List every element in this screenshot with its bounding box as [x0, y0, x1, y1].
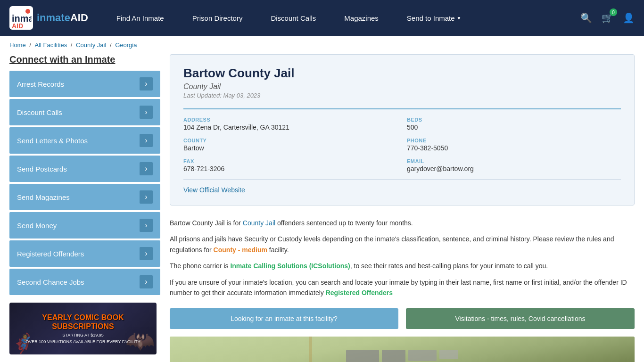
description-para3: The phone carrier is Inmate Calling Solu…: [170, 261, 635, 271]
nav-discount-calls[interactable]: Discount Calls: [256, 0, 330, 36]
sidebar-item-registered-offenders[interactable]: Registered Offenders ›: [9, 240, 160, 267]
breadcrumb: Home / All Facilities / County Jail / Ge…: [0, 36, 644, 54]
facility-updated: Last Updated: May 03, 2023: [183, 92, 621, 99]
visitations-button[interactable]: Visitations - times, rules, Covid cancel…: [406, 308, 635, 329]
detail-fax: FAX 678-721-3206: [183, 158, 397, 173]
nav-send-to-inmate[interactable]: Send to Inmate ▼: [393, 0, 476, 36]
chevron-right-icon: ›: [140, 162, 153, 175]
chevron-right-icon: ›: [140, 134, 153, 147]
chevron-right-icon: ›: [140, 275, 153, 288]
description-para1: Bartow County Jail is for County Jail of…: [170, 218, 635, 228]
link-county-medium[interactable]: County - medium: [214, 246, 267, 254]
svg-point-3: [25, 9, 30, 14]
breadcrumb-all-facilities[interactable]: All Facilities: [35, 41, 67, 49]
find-inmate-button[interactable]: Looking for an inmate at this facility?: [170, 308, 398, 329]
road-vertical: [309, 337, 312, 362]
sidebar-item-send-money[interactable]: Send Money ›: [9, 212, 160, 239]
ad-note: OVER 100 VARIATIONS AVAILABLE FOR EVERY …: [25, 339, 140, 344]
logo-icon: inmate AID: [9, 6, 33, 30]
description-para2: All prisons and jails have Security or C…: [170, 234, 635, 255]
cart-badge: 0: [610, 8, 617, 16]
detail-county: COUNTY Bartow: [183, 138, 397, 152]
ad-title-line1: YEARLY COMIC BOOK: [25, 313, 140, 322]
svg-text:AID: AID: [12, 22, 23, 28]
nav-prison-directory[interactable]: Prison Directory: [178, 0, 257, 36]
header-actions: 🔍 🛒 0 👤: [580, 12, 635, 24]
logo-text: inmateAID: [37, 12, 88, 24]
sidebar-item-send-letters-photos[interactable]: Send Letters & Photos ›: [9, 127, 160, 154]
link-registered-offenders[interactable]: Registered Offenders: [326, 289, 393, 296]
official-website-link: View Official Website: [183, 179, 621, 194]
nav-magazines[interactable]: Magazines: [330, 0, 393, 36]
sidebar-item-second-chance-jobs[interactable]: Second Chance Jobs ›: [9, 269, 160, 295]
map-preview: [170, 337, 635, 362]
action-buttons: Looking for an inmate at this facility? …: [170, 308, 635, 329]
chevron-right-icon: ›: [140, 219, 153, 232]
description: Bartow County Jail is for County Jail of…: [170, 213, 635, 308]
sidebar: Connect with an Inmate Arrest Records › …: [9, 54, 160, 362]
sidebar-menu: Arrest Records › Discount Calls › Send L…: [9, 71, 160, 295]
detail-address: ADDRESS 104 Zena Dr, Cartersville, GA 30…: [183, 117, 397, 131]
chevron-down-icon: ▼: [457, 16, 462, 21]
map-buildings: [346, 350, 458, 362]
chevron-right-icon: ›: [140, 106, 153, 119]
content-area: Bartow County Jail County Jail Last Upda…: [170, 54, 635, 362]
user-icon[interactable]: 👤: [623, 12, 635, 24]
link-icsolutions[interactable]: Inmate Calling Solutions (ICSolutions): [230, 262, 350, 270]
sidebar-title: Connect with an Inmate: [9, 54, 160, 65]
main-layout: Connect with an Inmate Arrest Records › …: [0, 54, 644, 362]
chevron-right-icon: ›: [140, 190, 153, 204]
cart-icon[interactable]: 🛒 0: [602, 12, 613, 24]
breadcrumb-state[interactable]: Georgia: [115, 41, 137, 49]
view-official-website[interactable]: View Official Website: [183, 186, 245, 194]
detail-email: EMAIL garydover@bartow.org: [407, 158, 621, 173]
nav-find-inmate[interactable]: Find An Inmate: [102, 0, 178, 36]
detail-phone: PHONE 770-382-5050: [407, 138, 621, 152]
logo-area: inmate AID inmateAID: [9, 6, 88, 30]
ad-title-line2: SUBSCRIPTIONS: [25, 322, 140, 331]
sidebar-item-send-magazines[interactable]: Send Magazines ›: [9, 184, 160, 210]
ad-banner[interactable]: 🦸 YEARLY COMIC BOOK SUBSCRIPTIONS STARTI…: [9, 303, 157, 354]
facility-details: ADDRESS 104 Zena Dr, Cartersville, GA 30…: [183, 108, 621, 173]
chevron-right-icon: ›: [140, 77, 153, 90]
chevron-right-icon: ›: [140, 247, 153, 260]
sidebar-item-arrest-records[interactable]: Arrest Records ›: [9, 71, 160, 97]
facility-type: County Jail: [183, 82, 621, 91]
description-para4: If you are unsure of your inmate's locat…: [170, 277, 635, 298]
ad-subtitle: STARTING AT $19.95: [25, 333, 140, 337]
header: inmate AID inmateAID Find An Inmate Pris…: [0, 0, 644, 36]
facility-card: Bartow County Jail County Jail Last Upda…: [170, 54, 635, 206]
breadcrumb-county-jail[interactable]: County Jail: [76, 41, 106, 49]
facility-name: Bartow County Jail: [183, 66, 621, 81]
sidebar-item-discount-calls[interactable]: Discount Calls ›: [9, 99, 160, 125]
sidebar-item-send-postcards[interactable]: Send Postcards ›: [9, 156, 160, 182]
link-county-jail[interactable]: County Jail: [243, 219, 275, 227]
main-nav: Find An Inmate Prison Directory Discount…: [102, 0, 580, 36]
search-icon[interactable]: 🔍: [580, 12, 592, 24]
detail-beds: BEDS 500: [407, 117, 621, 131]
breadcrumb-home[interactable]: Home: [9, 41, 26, 49]
